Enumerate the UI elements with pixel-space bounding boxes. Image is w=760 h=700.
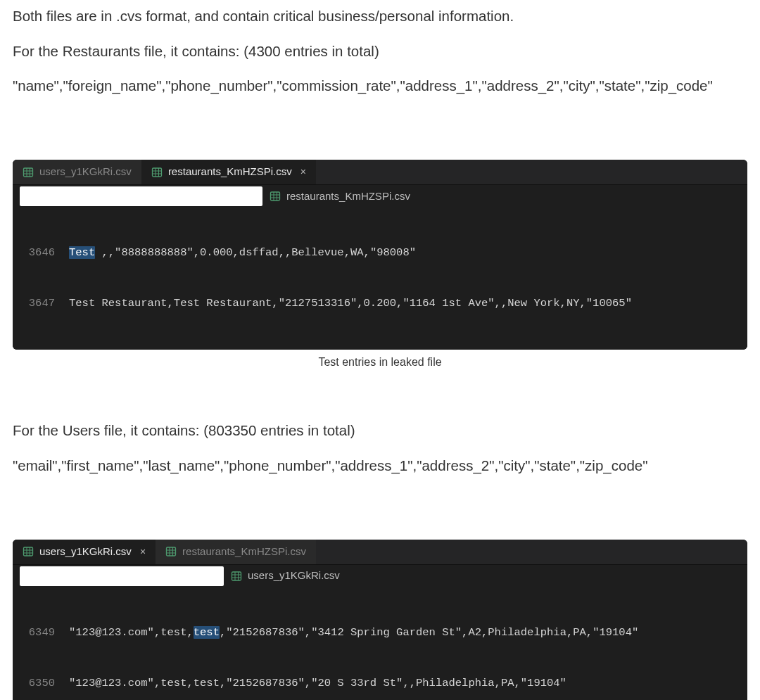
tab-label: restaurants_KmHZSPi.csv — [182, 544, 306, 560]
tab-bar: users_y1KGkRi.csv × restaurants_KmHZSPi.… — [13, 540, 747, 565]
tab-label: users_y1KGkRi.csv — [39, 544, 132, 560]
code-area: 3646 Test ,,"8888888888",0.000,dsffad,,B… — [13, 209, 747, 350]
line-number: 3646 — [13, 244, 69, 261]
code-line: 6350 "123@123.com",test,test,"2152687836… — [13, 675, 747, 692]
tab-label: restaurants_KmHZSPi.csv — [168, 164, 292, 180]
svg-rect-5 — [152, 168, 161, 177]
restaurants-fields: "name","foreign_name","phone_number","co… — [13, 75, 747, 96]
highlight: test — [194, 626, 220, 639]
path-filename: users_y1KGkRi.csv — [248, 568, 340, 584]
breadcrumb-path: users_y1KGkRi.csv — [13, 565, 747, 589]
tab-label: users_y1KGkRi.csv — [39, 164, 132, 180]
tab-users[interactable]: users_y1KGkRi.csv × — [13, 540, 156, 564]
tab-restaurants[interactable]: restaurants_KmHZSPi.csv — [156, 540, 316, 564]
code-line: 6349 "123@123.com",test,test,"2152687836… — [13, 624, 747, 641]
tab-restaurants[interactable]: restaurants_KmHZSPi.csv × — [141, 160, 316, 184]
tab-users[interactable]: users_y1KGkRi.csv — [13, 160, 141, 184]
code-text: "123@123.com",test,test,"2152687836","20… — [69, 675, 747, 692]
code-line: 3646 Test ,,"8888888888",0.000,dsffad,,B… — [13, 244, 747, 261]
close-icon[interactable]: × — [140, 545, 146, 559]
csv-file-icon — [165, 546, 177, 557]
svg-rect-0 — [24, 168, 33, 177]
csv-file-icon — [23, 167, 34, 178]
svg-rect-10 — [271, 192, 280, 201]
editor-screenshot-users: users_y1KGkRi.csv × restaurants_KmHZSPi.… — [13, 540, 747, 700]
close-icon[interactable]: × — [300, 165, 306, 179]
users-fields: "email","first_name","last_name","phone_… — [13, 455, 747, 476]
csv-file-icon — [151, 167, 163, 178]
line-number: 6350 — [13, 675, 69, 692]
svg-rect-20 — [167, 547, 176, 556]
code-area: 6349 "123@123.com",test,test,"2152687836… — [13, 589, 747, 700]
code-text: Test Restaurant,Test Restaurant,"2127513… — [69, 295, 747, 312]
svg-rect-25 — [232, 572, 241, 580]
redacted-path — [20, 566, 224, 586]
code-text: "123@123.com",test,test,"2152687836","34… — [69, 624, 747, 641]
path-filename: restaurants_KmHZSPi.csv — [286, 189, 410, 205]
intro-paragraph: Both files are in .cvs format, and conta… — [13, 6, 747, 27]
users-intro: For the Users file, it contains: (803350… — [13, 420, 747, 441]
breadcrumb-path: restaurants_KmHZSPi.csv — [13, 185, 747, 209]
code-text: Test ,,"8888888888",0.000,dsffad,,Bellev… — [69, 244, 747, 261]
line-number: 6349 — [13, 624, 69, 641]
svg-rect-15 — [24, 547, 33, 556]
article-body: Both files are in .cvs format, and conta… — [0, 0, 760, 700]
csv-file-icon — [23, 546, 34, 557]
redacted-path — [20, 186, 262, 206]
line-number: 3647 — [13, 295, 69, 312]
csv-file-icon — [270, 191, 281, 202]
editor-screenshot-restaurants: users_y1KGkRi.csv restaurants_KmHZSPi.cs… — [13, 160, 747, 350]
figure-caption: Test entries in leaked file — [13, 354, 747, 371]
tab-bar: users_y1KGkRi.csv restaurants_KmHZSPi.cs… — [13, 160, 747, 185]
restaurants-intro: For the Restaurants file, it contains: (… — [13, 41, 747, 62]
code-line: 3647 Test Restaurant,Test Restaurant,"21… — [13, 295, 747, 312]
highlight: Test — [69, 246, 95, 259]
csv-file-icon — [231, 571, 242, 582]
